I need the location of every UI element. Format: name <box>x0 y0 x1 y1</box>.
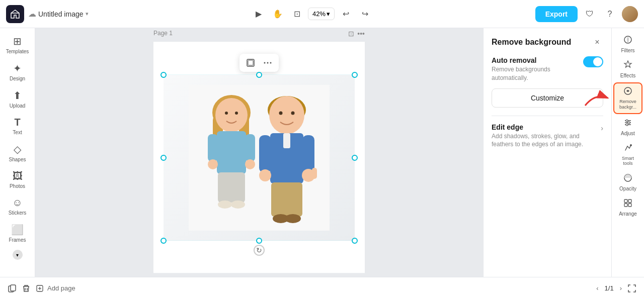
add-page-button[interactable]: Add page <box>36 284 75 292</box>
handle-mr[interactable] <box>352 154 358 160</box>
opacity-icon <box>623 173 632 185</box>
shield-icon[interactable]: 🛡 <box>582 6 598 22</box>
sidebar-item-stickers[interactable]: ☺ Stickers <box>3 194 33 219</box>
sidebar-item-photos[interactable]: 🖼 Photos <box>3 167 33 192</box>
shapes-icon: ◇ <box>14 143 21 155</box>
handle-ml[interactable] <box>160 154 167 160</box>
bottom-bar: Add page ‹ 1/1 › <box>0 277 644 299</box>
undo-button[interactable]: ↩ <box>338 6 354 22</box>
user-avatar[interactable] <box>622 6 638 22</box>
handle-bm[interactable] <box>256 237 262 243</box>
auto-removal-toggle[interactable] <box>583 56 603 67</box>
selected-image-wrapper[interactable]: ↻ <box>164 74 355 240</box>
panel-close-button[interactable]: × <box>591 36 603 48</box>
svg-rect-28 <box>302 135 314 172</box>
sidebar-item-design[interactable]: ✦ Design <box>3 59 33 84</box>
svg-rect-45 <box>624 200 627 203</box>
svg-point-5 <box>270 62 272 63</box>
duplicate-page-button[interactable] <box>8 284 16 292</box>
photos-icon: 🖼 <box>13 170 23 182</box>
delete-page-button[interactable] <box>22 284 30 292</box>
svg-rect-32 <box>271 182 302 216</box>
rt-label-arrange: Arrange <box>619 211 637 217</box>
panel-content: Remove background × Auto removal Remove … <box>484 28 611 277</box>
filters-icon <box>623 35 632 47</box>
effects-icon <box>623 60 632 72</box>
sidebar-item-shapes[interactable]: ◇ Shapes <box>3 140 33 165</box>
sidebar-label-stickers: Stickers <box>9 210 27 216</box>
select-tool-button[interactable]: ▶ <box>251 6 267 22</box>
adjust-icon <box>623 118 632 130</box>
rt-item-filters[interactable]: Filters <box>613 32 642 56</box>
edit-edge-title: Edit edge <box>492 123 601 131</box>
sidebar-label-design: Design <box>10 76 25 81</box>
sidebar-label-photos: Photos <box>10 183 25 189</box>
layout-tool-button[interactable]: ⊡ <box>289 6 305 22</box>
auto-removal-desc: Remove backgrounds automatically. <box>492 65 583 82</box>
more-options-button[interactable] <box>261 55 275 69</box>
sidebar-label-templates: Templates <box>6 49 29 54</box>
sidebar-item-templates[interactable]: ⊞ Templates <box>3 32 33 57</box>
sidebar-item-upload[interactable]: ⬆ Upload <box>3 86 33 112</box>
zoom-chevron-icon: ▾ <box>327 10 330 18</box>
svg-point-43 <box>630 144 632 146</box>
redo-button[interactable]: ↪ <box>357 6 373 22</box>
svg-point-4 <box>267 62 269 63</box>
auto-removal-text: Auto removal Remove backgrounds automati… <box>492 56 583 82</box>
svg-point-12 <box>235 111 238 114</box>
zoom-selector[interactable]: 42% ▾ <box>308 8 335 20</box>
svg-rect-15 <box>245 134 255 161</box>
sidebar-item-text[interactable]: T Text <box>3 114 33 138</box>
rt-item-arrange[interactable]: Arrange <box>613 195 642 220</box>
svg-point-40 <box>626 120 628 122</box>
smart-tools-icon <box>623 143 632 155</box>
edit-edge-section[interactable]: Edit edge Add shadows, strokes, glow, an… <box>492 118 603 154</box>
sidebar-label-upload: Upload <box>10 103 26 109</box>
handle-br[interactable] <box>352 237 358 243</box>
page-more-btn[interactable]: ••• <box>357 30 365 38</box>
page-icon-btn[interactable]: ⊡ <box>348 30 354 38</box>
canvas-area[interactable]: Page 1 ⊡ ••• <box>35 28 483 277</box>
main-layout: ⊞ Templates ✦ Design ⬆ Upload T Text ◇ S… <box>0 28 644 277</box>
canvas-image[interactable] <box>164 74 355 240</box>
sidebar-expand-button[interactable]: ▾ <box>13 250 23 260</box>
rt-item-remove-bg[interactable]: Removebackgr... <box>613 82 642 114</box>
handle-bl[interactable] <box>160 237 167 243</box>
svg-point-19 <box>218 200 232 208</box>
svg-point-31 <box>259 169 271 181</box>
handle-tl[interactable] <box>160 71 167 77</box>
sidebar-item-frames[interactable]: ⬜ Frames <box>3 221 33 246</box>
next-page-button[interactable]: › <box>620 284 622 292</box>
auto-removal-title: Auto removal <box>492 56 583 64</box>
hand-tool-button[interactable]: ✋ <box>270 6 286 22</box>
rotate-handle[interactable]: ↻ <box>254 244 265 255</box>
customize-button[interactable]: Customize <box>492 88 603 108</box>
mask-tool-button[interactable] <box>244 55 258 69</box>
rt-item-opacity[interactable]: Opacity <box>613 170 642 194</box>
svg-rect-46 <box>628 200 631 203</box>
help-icon[interactable]: ? <box>602 6 618 22</box>
zoom-value: 42% <box>312 10 326 18</box>
svg-rect-26 <box>283 133 290 148</box>
rt-item-adjust[interactable]: Adjust <box>613 115 642 139</box>
rt-item-smart-tools[interactable]: Smarttools <box>613 140 642 170</box>
svg-rect-27 <box>259 135 271 172</box>
add-page-label: Add page <box>47 284 75 292</box>
svg-point-22 <box>269 95 304 134</box>
svg-rect-47 <box>624 204 627 207</box>
svg-point-34 <box>285 214 301 223</box>
file-menu[interactable]: ☁ Untitled image ▾ <box>28 9 89 19</box>
remove-bg-panel: Remove background × Auto removal Remove … <box>483 28 611 277</box>
frames-icon: ⬜ <box>11 224 24 236</box>
handle-tm[interactable] <box>256 71 262 77</box>
svg-rect-30 <box>312 167 317 178</box>
export-button[interactable]: Export <box>535 6 578 22</box>
edit-edge-text: Edit edge Add shadows, strokes, glow, an… <box>492 123 601 149</box>
handle-tr[interactable] <box>352 71 358 77</box>
fit-to-screen-button[interactable] <box>628 284 636 292</box>
rt-label-remove-bg: Removebackgr... <box>619 99 636 110</box>
rt-item-effects[interactable]: Effects <box>613 57 642 81</box>
prev-page-button[interactable]: ‹ <box>596 284 598 292</box>
panel-header: Remove background × <box>492 36 603 48</box>
app-logo[interactable] <box>6 5 24 23</box>
